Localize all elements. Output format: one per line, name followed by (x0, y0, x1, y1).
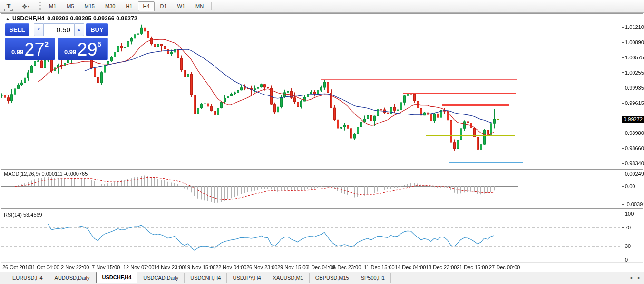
chart-ohlc-values: 0.99293 0.99295 0.99266 0.99272 (47, 15, 137, 22)
volume-increase-button[interactable]: ▲ (74, 23, 84, 36)
date-axis-tick: 11 Dec 15:00 (364, 265, 395, 270)
indicator-axis-tick: 70 (625, 225, 631, 230)
sell-price-big: 27 (24, 41, 44, 57)
price-axis-tick: 1.00890 (625, 39, 644, 45)
tab-scroll-right-icon[interactable]: ▸ (638, 275, 640, 280)
price-axis-tick: 0.98340 (625, 161, 644, 166)
timeframe-mn[interactable]: MN (191, 1, 208, 11)
toolbar-grip[interactable] (39, 2, 41, 10)
arrows-tool-button[interactable]: ❖ ▾ (16, 1, 35, 11)
timeframe-m30[interactable]: M30 (100, 1, 120, 11)
indicator-axis-tick: 30 (625, 243, 631, 249)
buy-price-sup: 5 (98, 40, 101, 48)
date-axis-tick: 2 Nov 22:00 (61, 265, 89, 270)
indicator-axis-tick: -0.003913 (625, 201, 644, 207)
text-tool-button[interactable]: T (2, 1, 15, 11)
tab-gbpusd-m15[interactable]: GBPUSD,M15 (310, 273, 355, 283)
date-axis-tick: 18 Dec 23:00 (426, 265, 457, 270)
date-axis-tick: 12 Nov 07:00 (123, 265, 154, 270)
sell-price-sup: 2 (45, 40, 49, 48)
date-axis-tick: 29 Nov 15:00 (277, 265, 308, 270)
chart-tab-bar: EURUSD,H4AUDUSD,DailyUSDCHF,H4USDCAD,Dai… (0, 272, 644, 283)
price-axis-tick: 1.00255 (625, 70, 644, 76)
tab-scroll-left-icon[interactable]: ◂ (630, 275, 632, 280)
indicator-axis-tick: 0.002492 (625, 171, 644, 177)
date-axis-tick: 6 Dec 23:00 (333, 265, 361, 270)
indicator-axis-tick: 0 (625, 257, 628, 263)
timeframe-m1[interactable]: M1 (44, 1, 61, 11)
date-axis-tick: 31 Oct 04:00 (29, 265, 59, 270)
buy-button[interactable]: BUY (86, 23, 108, 36)
date-axis-tick: 27 Dec 00:00 (489, 265, 520, 270)
price-axis-tick: 0.98980 (625, 130, 644, 136)
volume-decrease-button[interactable]: ▼ (34, 23, 44, 36)
tab-usdchf-h4[interactable]: USDCHF,H4 (96, 272, 138, 283)
indicator-axis-tick: 0.00 (625, 183, 635, 189)
sell-button[interactable]: SELL (5, 23, 29, 36)
rsi-label: RSI(14) 53.4569 (4, 212, 42, 218)
date-axis-tick: 14 Nov 23:00 (154, 265, 185, 270)
chart-tabs: EURUSD,H4AUDUSD,DailyUSDCHF,H4USDCAD,Dai… (0, 272, 391, 283)
timeframe-h1[interactable]: H1 (121, 1, 137, 11)
date-axis-tick: 7 Nov 15:00 (92, 265, 120, 270)
price-axis-tick: 0.99615 (625, 100, 644, 106)
timeframe-m15[interactable]: M15 (80, 1, 99, 11)
tab-usdcnh-h4[interactable]: USDCNH,H4 (185, 273, 227, 283)
date-axis-tick: 21 Dec 15:00 (457, 265, 488, 270)
chart-symbol: USDCHF,H4 (12, 15, 44, 22)
date-axis-tick: 19 Nov 15:00 (185, 265, 215, 270)
chart-title: ▲ USDCHF,H4 0.99293 0.99295 0.99266 0.99… (6, 15, 137, 22)
price-axis-tick: 0.99935 (625, 85, 644, 91)
buy-price-big: 29 (77, 41, 97, 57)
tab-usdjpy-h4[interactable]: USDJPY,H4 (227, 273, 267, 283)
one-click-trading-panel: SELL ▼ ▲ BUY 0.99 27 2 0.99 29 5 (5, 23, 108, 60)
timeframe-m5[interactable]: M5 (62, 1, 78, 11)
date-axis-tick: 4 Dec 04:00 (307, 265, 335, 270)
timeframe-d1[interactable]: D1 (156, 1, 172, 11)
date-axis-tick: 26 Nov 23:00 (246, 265, 277, 270)
price-axis-tick: 1.00575 (625, 55, 644, 60)
price-axis-tick: 1.01210 (625, 24, 644, 30)
volume-input[interactable] (44, 23, 74, 36)
text-tool-icon: T (4, 2, 13, 11)
date-axis-tick: 14 Dec 04:00 (395, 265, 426, 270)
sell-price-prefix: 0.99 (11, 48, 23, 56)
macd-label: MACD(12,26,9) 0.000111 -0.000765 (4, 171, 88, 177)
timeframe-group: M1M5M15M30H1H4D1W1MN (44, 1, 209, 11)
buy-price-prefix: 0.99 (64, 48, 76, 56)
tab-sp500-h1[interactable]: SP500,H1 (355, 273, 391, 283)
current-price-tag: 0.99272 (622, 116, 644, 123)
timeframe-w1[interactable]: W1 (173, 1, 190, 11)
collapse-quotes-icon: ▲ (6, 17, 10, 21)
sell-price-box[interactable]: 0.99 27 2 (5, 38, 55, 60)
timeframe-h4[interactable]: H4 (138, 1, 154, 11)
toolbar: T ❖ ▾ M1M5M15M30H1H4D1W1MN (0, 0, 644, 13)
tab-xauusd-m1[interactable]: XAUUSD,M1 (267, 273, 310, 283)
chevron-down-icon: ▾ (28, 4, 29, 9)
indicator-axis-tick: 100 (625, 211, 634, 217)
date-axis-tick: 22 Nov 04:00 (215, 265, 246, 270)
date-axis-tick: 26 Oct 2018 (2, 265, 31, 270)
buy-price-box[interactable]: 0.99 29 5 (58, 38, 108, 60)
price-axis-tick: 0.98660 (625, 145, 644, 151)
tab-usdcad-daily[interactable]: USDCAD,Daily (137, 273, 185, 283)
toolbar-separator (211, 2, 212, 10)
tab-eurusd-h4[interactable]: EURUSD,H4 (7, 273, 49, 283)
spin-up-icon: ▲ (77, 28, 81, 32)
tab-audusd-daily[interactable]: AUDUSD,Daily (49, 273, 96, 283)
arrows-tool-icon: ❖ (22, 3, 27, 10)
spin-down-icon: ▼ (37, 28, 40, 32)
